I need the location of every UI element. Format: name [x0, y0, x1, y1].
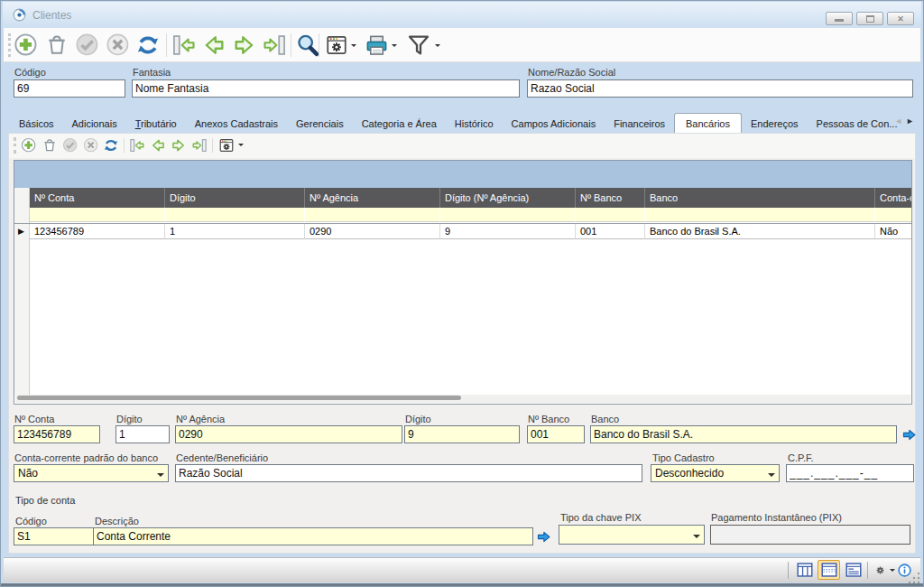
add-button[interactable] [14, 33, 39, 58]
statusbar-gear-caret[interactable] [890, 569, 895, 574]
cell-no-banco[interactable]: 001 [576, 224, 645, 239]
maximize-button[interactable] [856, 12, 883, 25]
filter-button[interactable] [406, 33, 431, 58]
tipo-conta-descricao-input[interactable] [93, 527, 533, 545]
filter-cell-no-banco[interactable] [576, 208, 645, 222]
cell-no-conta[interactable]: 123456789 [30, 224, 165, 239]
settings-dropdown-caret[interactable] [351, 44, 356, 50]
previous-record-button[interactable] [201, 33, 226, 58]
last-record-button[interactable] [262, 33, 287, 58]
grid-settings-window-button[interactable] [218, 137, 235, 154]
tab-adicionais[interactable]: Adicionais [63, 115, 126, 134]
tipo-cadastro-select[interactable]: Desconhecido [651, 464, 780, 482]
tab-anexos-cadastrais[interactable]: Anexos Cadastrais [186, 115, 287, 134]
refresh-button[interactable] [135, 33, 161, 58]
grid-add-button[interactable] [21, 137, 37, 154]
cedente-label: Cedente/Beneficiário [176, 452, 268, 463]
close-button[interactable]: ✕ [887, 12, 914, 25]
tab-tributario[interactable]: Tributário [126, 115, 186, 134]
tab-enderecos[interactable]: Endereços [742, 115, 808, 134]
minimize-button[interactable] [826, 12, 853, 25]
grid-delete-button[interactable] [42, 137, 58, 154]
form-view-button[interactable] [842, 560, 864, 580]
cell-conta-corrente[interactable]: Não [875, 224, 911, 239]
pagamento-pix-input[interactable] [710, 525, 910, 545]
detail-no-agencia-input[interactable] [175, 425, 402, 443]
fantasia-input[interactable] [132, 79, 520, 98]
tab-scroll-left-icon[interactable]: ◄ [894, 116, 906, 126]
search-button[interactable] [295, 33, 320, 58]
cell-no-agencia[interactable]: 0290 [305, 224, 440, 239]
tab-historico[interactable]: Histórico [446, 115, 503, 134]
column-header-digito[interactable]: Dígito [165, 188, 305, 208]
detail-no-banco-input[interactable] [527, 425, 585, 443]
settings-window-button[interactable] [325, 33, 348, 57]
filter-cell-conta-corrente[interactable] [875, 208, 911, 222]
column-header-no-agencia[interactable]: Nº Agência [305, 188, 440, 208]
filter-cell-digito[interactable] [165, 208, 305, 222]
conta-padrao-select[interactable]: Não [14, 464, 169, 482]
filter-cell-no-agencia[interactable] [305, 208, 440, 222]
print-dropdown-caret[interactable] [392, 44, 397, 50]
statusbar-gear-icon[interactable] [873, 563, 888, 578]
detail-no-conta-input[interactable] [14, 425, 100, 443]
tab-pessoas-de-contato[interactable]: Pessoas de Con... [808, 115, 907, 134]
cedente-input[interactable] [175, 464, 642, 482]
grid-cancel-button[interactable] [83, 137, 99, 154]
delete-button[interactable] [44, 33, 69, 58]
first-record-button[interactable] [171, 33, 197, 58]
column-header-no-banco[interactable]: Nº Banco [576, 188, 645, 208]
print-button[interactable] [365, 33, 389, 58]
tab-financeiros[interactable]: Financeiros [605, 115, 674, 134]
grid-settings-dropdown-caret[interactable] [238, 144, 244, 149]
filter-cell-banco[interactable] [645, 208, 875, 222]
cell-banco[interactable]: Banco do Brasil S.A. [645, 224, 875, 239]
grid-toolbar-grip[interactable] [14, 137, 16, 154]
status-bar [4, 557, 920, 582]
detail-no-conta-label: Nº Conta [14, 414, 54, 424]
cell-digito-agencia[interactable]: 9 [440, 224, 576, 239]
codigo-input[interactable] [14, 79, 125, 98]
grid-last-record-button[interactable] [191, 137, 208, 154]
detail-digito-input[interactable] [116, 425, 170, 443]
detail-banco-input[interactable] [590, 425, 897, 443]
toolbar-grip[interactable] [8, 33, 11, 57]
column-header-digito-agencia[interactable]: Dígito (Nº Agência) [440, 188, 576, 208]
form-view-icon [845, 562, 863, 578]
split-view-button[interactable] [818, 560, 840, 580]
grid-next-record-button[interactable] [171, 137, 187, 154]
cpf-input[interactable] [786, 464, 914, 482]
grid-first-record-button[interactable] [129, 137, 145, 154]
tab-gerenciais[interactable]: Gerenciais [287, 115, 353, 134]
grid-refresh-button[interactable] [103, 137, 119, 154]
column-header-conta-corrente[interactable]: Conta-c [875, 188, 911, 208]
filter-cell-digito-agencia[interactable] [440, 208, 576, 222]
banco-lookup-arrow-icon[interactable] [901, 427, 917, 443]
resize-grip[interactable] [909, 573, 920, 584]
filter-cell-no-conta[interactable] [30, 208, 165, 222]
tipo-conta-lookup-arrow-icon[interactable] [536, 529, 551, 545]
tab-bancarios[interactable]: Bancários [674, 113, 742, 135]
tab-basicos[interactable]: Básicos [10, 115, 63, 134]
title-bar[interactable]: Clientes ✕ [3, 2, 921, 28]
cell-digito[interactable]: 1 [165, 224, 305, 239]
column-header-banco[interactable]: Banco [645, 188, 875, 208]
detail-digito-agencia-input[interactable] [404, 425, 520, 443]
column-header-no-conta[interactable]: Nº Conta [30, 188, 165, 208]
cancel-button[interactable] [106, 33, 131, 58]
filter-dropdown-caret[interactable] [435, 44, 440, 50]
confirm-button[interactable] [75, 33, 100, 58]
razao-social-input[interactable] [527, 79, 913, 98]
tipo-conta-codigo-input[interactable] [14, 527, 106, 545]
tipo-chave-pix-select[interactable] [559, 525, 705, 545]
grid-horizontal-scrollbar[interactable] [15, 395, 910, 403]
grid-scrollbar-thumb[interactable] [17, 396, 461, 400]
grid-group-band[interactable] [14, 161, 911, 188]
grid-previous-record-button[interactable] [150, 137, 166, 154]
grid-view-button[interactable] [793, 560, 816, 580]
grid-confirm-button[interactable] [62, 137, 79, 154]
tab-campos-adicionais[interactable]: Campos Adicionais [503, 115, 605, 134]
next-record-button[interactable] [232, 33, 257, 58]
tab-scroll-right-icon[interactable]: ► [906, 116, 918, 126]
tab-categoria-e-area[interactable]: Categoria e Área [353, 115, 446, 134]
